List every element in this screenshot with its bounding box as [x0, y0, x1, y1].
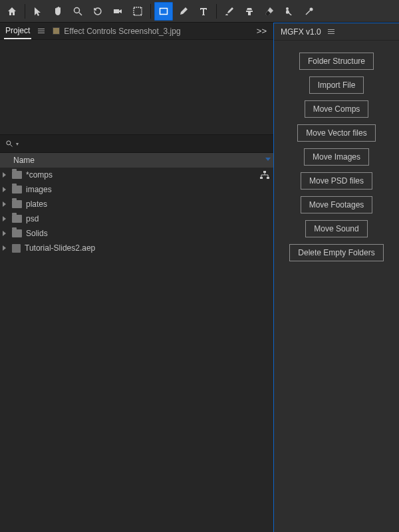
mgfx-panel: MGFX v1.0 Folder Structure Import File M…: [274, 23, 399, 532]
panel-menu-icon[interactable]: [38, 29, 45, 33]
camera-tool-icon[interactable]: [108, 2, 127, 21]
move-images-button[interactable]: Move Images: [304, 148, 369, 166]
mgfx-button-column: Folder Structure Import File Move Comps …: [274, 41, 399, 273]
item-label: images: [26, 185, 52, 194]
folder-icon: [12, 200, 22, 208]
main-toolbar: [0, 0, 399, 23]
column-name-label: Name: [13, 156, 35, 165]
item-label: Tutorial-Slides2.aep: [25, 243, 95, 253]
expand-caret-icon[interactable]: [3, 231, 8, 236]
project-folder-row[interactable]: psd: [0, 211, 273, 226]
project-folder-row[interactable]: images: [0, 182, 273, 197]
tab-effect-controls-label: Effect Controls Screenshot_3.jpg: [64, 27, 180, 36]
move-vector-files-button[interactable]: Move Vector files: [297, 124, 375, 142]
roto-brush-tool-icon[interactable]: [280, 2, 299, 21]
project-column-header[interactable]: Name: [0, 153, 273, 168]
project-folder-row[interactable]: plates: [0, 197, 273, 211]
folder-icon: [12, 186, 22, 194]
expand-caret-icon[interactable]: [3, 245, 8, 251]
eraser-tool-icon[interactable]: [260, 2, 279, 21]
project-search[interactable]: ▾: [0, 134, 273, 153]
svg-line-1: [79, 13, 82, 15]
svg-rect-10: [267, 177, 269, 179]
toolbar-separator: [150, 4, 151, 19]
item-label: *comps: [26, 170, 53, 180]
type-tool-icon[interactable]: [194, 2, 213, 21]
move-footages-button[interactable]: Move Footages: [301, 196, 373, 213]
tabs-overflow-button[interactable]: >>: [254, 26, 269, 36]
expand-caret-icon[interactable]: [3, 172, 8, 178]
project-preview-area: [0, 40, 273, 134]
svg-point-6: [7, 141, 11, 145]
move-comps-button[interactable]: Move Comps: [305, 100, 369, 118]
hand-tool-icon[interactable]: [49, 2, 67, 21]
toolbar-separator: [25, 4, 25, 19]
mgfx-title: MGFX v1.0: [281, 27, 321, 37]
home-icon[interactable]: [3, 2, 21, 21]
project-folder-row[interactable]: Solids: [0, 226, 273, 241]
aep-file-icon: [12, 244, 21, 253]
move-psd-files-button[interactable]: Move PSD files: [301, 172, 372, 190]
delete-empty-folders-button[interactable]: Delete Empty Folders: [289, 244, 383, 261]
project-search-input[interactable]: [23, 139, 268, 148]
svg-rect-9: [260, 177, 263, 179]
svg-rect-8: [263, 171, 266, 173]
puppet-pin-tool-icon[interactable]: [300, 2, 319, 21]
svg-rect-3: [160, 8, 168, 14]
mgfx-panel-tabs: MGFX v1.0: [274, 23, 399, 41]
zoom-tool-icon[interactable]: [68, 2, 87, 21]
project-file-row[interactable]: Tutorial-Slides2.aep: [0, 241, 273, 255]
import-file-button[interactable]: Import File: [309, 76, 364, 94]
flowchart-icon[interactable]: [260, 171, 269, 179]
tab-project[interactable]: Project: [4, 23, 31, 39]
file-thumb-icon: [53, 27, 60, 35]
folder-icon: [12, 171, 22, 179]
pen-tool-icon[interactable]: [174, 2, 193, 21]
expand-caret-icon[interactable]: [3, 187, 8, 192]
tab-effect-controls[interactable]: Effect Controls Screenshot_3.jpg: [51, 24, 182, 39]
clone-stamp-tool-icon[interactable]: [240, 2, 259, 21]
item-label: psd: [26, 214, 39, 223]
svg-point-5: [310, 7, 313, 11]
toolbar-separator: [216, 4, 217, 19]
expand-caret-icon[interactable]: [3, 216, 8, 221]
chevron-down-icon: ▾: [16, 141, 19, 147]
folder-structure-button[interactable]: Folder Structure: [299, 53, 374, 70]
item-label: plates: [26, 200, 47, 209]
project-panel-body: ▾ Name *comps im: [0, 40, 273, 532]
selection-tool-icon[interactable]: [29, 2, 47, 21]
move-sound-button[interactable]: Move Sound: [305, 220, 367, 237]
project-item-list: *comps images plates: [0, 168, 273, 532]
brush-tool-icon[interactable]: [220, 2, 239, 21]
rectangle-tool-icon[interactable]: [154, 2, 173, 21]
folder-icon: [12, 215, 22, 223]
project-folder-row[interactable]: *comps: [0, 168, 273, 182]
item-label: Solids: [26, 229, 48, 238]
tab-project-label: Project: [5, 26, 30, 35]
panel-menu-icon[interactable]: [328, 29, 334, 34]
search-icon: [5, 140, 13, 148]
folder-icon: [12, 229, 22, 237]
project-panel: Project Effect Controls Screenshot_3.jpg…: [0, 23, 274, 532]
region-of-interest-icon[interactable]: [128, 2, 147, 21]
svg-point-0: [74, 7, 80, 13]
orbit-tool-icon[interactable]: [88, 2, 107, 21]
svg-rect-2: [114, 9, 119, 13]
svg-line-7: [11, 145, 13, 147]
expand-caret-icon[interactable]: [3, 201, 8, 207]
svg-point-4: [286, 7, 289, 10]
main-split: Project Effect Controls Screenshot_3.jpg…: [0, 23, 399, 532]
left-panel-tabs: Project Effect Controls Screenshot_3.jpg…: [0, 23, 273, 40]
